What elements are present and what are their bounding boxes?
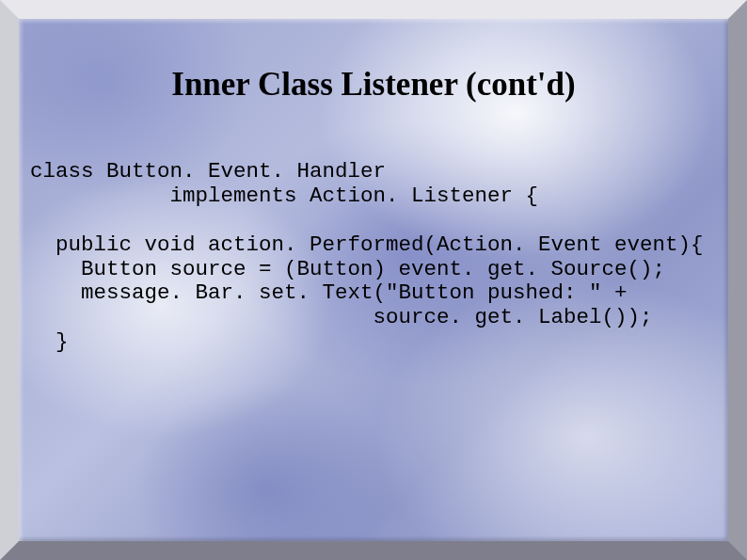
slide-frame: Inner Class Listener (cont'd) class Butt… [0,0,747,560]
code-block: class Button. Event. Handler implements … [30,160,704,355]
slide-title: Inner Class Listener (cont'd) [19,66,728,104]
